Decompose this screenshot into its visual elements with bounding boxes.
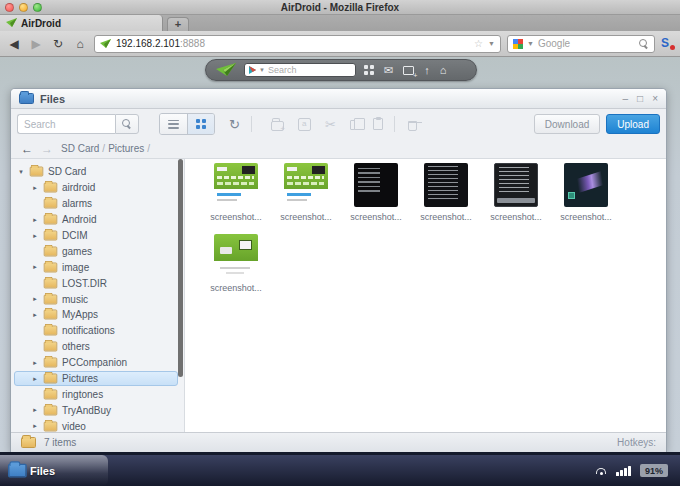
- nav-back-icon[interactable]: ←: [21, 142, 33, 156]
- search-placeholder: Google: [538, 38, 635, 49]
- tree-item-sdcard[interactable]: ▾ SD Card: [11, 164, 184, 180]
- files-search-input[interactable]: [17, 114, 115, 134]
- signal-bars-icon[interactable]: [616, 466, 631, 476]
- search-icon[interactable]: [639, 39, 649, 49]
- firefox-titlebar: AirDroid - Mozilla Firefox: [0, 0, 680, 15]
- tree-item-pccompanion[interactable]: ▸PCCompanion: [11, 355, 184, 371]
- upload-button[interactable]: Upload: [606, 114, 660, 134]
- tree-item-lostdir[interactable]: LOST.DIR: [11, 275, 184, 291]
- delete-icon[interactable]: [408, 121, 417, 131]
- caret-right-icon[interactable]: ▸: [31, 232, 39, 240]
- folder-icon: [44, 246, 58, 256]
- view-toggle: [159, 113, 215, 135]
- caret-down-icon[interactable]: ▾: [17, 168, 25, 176]
- sidebar-scrollbar[interactable]: [178, 159, 183, 377]
- upload-arrow-icon[interactable]: ↑: [424, 65, 430, 76]
- breadcrumb-sdcard[interactable]: SD Card: [61, 143, 99, 154]
- home-screen-icon[interactable]: ⌂: [440, 65, 447, 76]
- tree-item-others[interactable]: others: [11, 339, 184, 355]
- file-item[interactable]: screenshot...: [411, 163, 481, 234]
- new-tab-button[interactable]: +: [167, 17, 189, 31]
- copy-icon[interactable]: [350, 120, 359, 130]
- firefox-tabbar: AirDroid +: [0, 15, 680, 31]
- files-window-titlebar[interactable]: Files – □ ×: [11, 89, 666, 109]
- caret-right-icon[interactable]: ▸: [31, 406, 39, 414]
- refresh-icon[interactable]: ↻: [229, 117, 240, 132]
- search-engine-dropdown-icon[interactable]: ▼: [527, 40, 534, 47]
- caret-right-icon[interactable]: ▸: [31, 311, 39, 319]
- tab-label: AirDroid: [21, 18, 61, 29]
- tree-item-alarms[interactable]: alarms: [11, 196, 184, 212]
- new-window-icon[interactable]: [403, 66, 414, 75]
- nav-forward-icon[interactable]: →: [41, 142, 53, 156]
- url-dropdown-icon[interactable]: ▼: [488, 40, 495, 47]
- folder-icon: [44, 405, 58, 415]
- folder-icon: [44, 215, 58, 225]
- apps-grid-icon[interactable]: [364, 65, 374, 75]
- search-bar[interactable]: ▼ Google: [507, 35, 655, 53]
- compose-message-icon[interactable]: ✉: [384, 65, 393, 76]
- file-item[interactable]: screenshot...: [551, 163, 621, 234]
- tree-item-image[interactable]: ▸image: [11, 259, 184, 275]
- home-icon[interactable]: ⌂: [72, 37, 88, 51]
- maximize-icon[interactable]: □: [637, 93, 643, 104]
- rename-icon[interactable]: [298, 118, 311, 131]
- file-item[interactable]: screenshot...: [481, 163, 551, 234]
- caret-right-icon[interactable]: ▸: [31, 263, 39, 271]
- minimize-icon[interactable]: –: [623, 93, 629, 104]
- app-search-input[interactable]: ▼ Search: [244, 63, 356, 77]
- tree-item-games[interactable]: games: [11, 243, 184, 259]
- cut-icon[interactable]: ✂: [325, 117, 336, 132]
- caret-right-icon[interactable]: ▸: [31, 422, 39, 430]
- file-thumbnail: [214, 234, 258, 278]
- airdroid-toolbar-icons: ✉ ↑ ⌂: [364, 65, 446, 76]
- tree-item-dcim[interactable]: ▸DCIM: [11, 228, 184, 244]
- taskbar-item-files[interactable]: Files: [0, 455, 108, 486]
- tree-item-tryandbuy[interactable]: ▸TryAndBuy: [11, 402, 184, 418]
- grid-view-button[interactable]: [187, 114, 214, 134]
- file-item[interactable]: screenshot...: [201, 234, 271, 305]
- folder-icon: [44, 374, 58, 384]
- tree-item-android[interactable]: ▸Android: [11, 212, 184, 228]
- breadcrumb: SD Card/Pictures/: [61, 143, 153, 154]
- forward-icon[interactable]: ▶: [28, 37, 44, 51]
- tree-item-ringtones[interactable]: ringtones: [11, 386, 184, 402]
- file-item[interactable]: screenshot...: [271, 163, 341, 234]
- url-bar[interactable]: 192.168.2.101:8888 ☆ ▼: [94, 35, 501, 53]
- download-button[interactable]: Download: [534, 114, 600, 134]
- addon-s-icon[interactable]: S: [661, 37, 674, 50]
- tree-item-airdroid[interactable]: ▸airdroid: [11, 180, 184, 196]
- folder-icon: [44, 262, 58, 272]
- tree-item-notifications[interactable]: notifications: [11, 323, 184, 339]
- close-icon[interactable]: ×: [652, 93, 658, 104]
- files-toolbar: ↻ ✂ Download Upload: [11, 109, 666, 139]
- grid-view-icon: [196, 119, 206, 129]
- caret-right-icon[interactable]: ▸: [31, 359, 39, 367]
- tree-item-pictures[interactable]: ▸Pictures: [11, 371, 184, 387]
- new-folder-icon[interactable]: [271, 121, 284, 131]
- caret-right-icon[interactable]: ▸: [31, 216, 39, 224]
- paste-icon[interactable]: [373, 118, 383, 130]
- back-icon[interactable]: ◀: [6, 37, 22, 51]
- folder-icon: [44, 342, 58, 352]
- search-icon: [122, 119, 132, 129]
- breadcrumb-pictures[interactable]: Pictures: [108, 143, 144, 154]
- list-view-button[interactable]: [160, 114, 187, 134]
- breadcrumb-bar: ← → SD Card/Pictures/: [11, 139, 666, 159]
- file-item[interactable]: screenshot...: [201, 163, 271, 234]
- folder-icon: [44, 389, 58, 399]
- airdroid-logo-icon[interactable]: [216, 63, 236, 77]
- tree-item-myapps[interactable]: ▸MyApps: [11, 307, 184, 323]
- caret-right-icon[interactable]: ▸: [31, 375, 39, 383]
- reload-icon[interactable]: ↻: [50, 37, 66, 51]
- files-search-button[interactable]: [115, 114, 139, 134]
- caret-right-icon[interactable]: ▸: [31, 295, 39, 303]
- wifi-icon[interactable]: [595, 466, 607, 475]
- caret-right-icon[interactable]: ▸: [31, 184, 39, 192]
- tree-item-music[interactable]: ▸music: [11, 291, 184, 307]
- search-scope-dropdown-icon[interactable]: ▼: [259, 67, 265, 73]
- battery-badge[interactable]: 91%: [640, 464, 668, 477]
- file-item[interactable]: screenshot...: [341, 163, 411, 234]
- tab-airdroid[interactable]: AirDroid: [0, 15, 163, 31]
- bookmark-star-icon[interactable]: ☆: [474, 38, 483, 49]
